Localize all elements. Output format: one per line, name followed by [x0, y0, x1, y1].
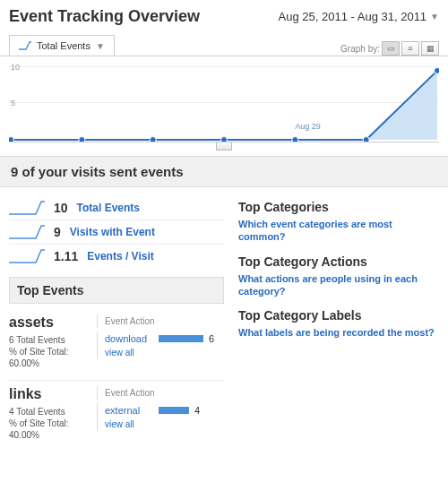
event-action-bar — [159, 335, 203, 342]
graph-by-label: Graph by: — [340, 44, 380, 54]
event-total: 4 Total Events — [9, 406, 97, 418]
event-action-name: download — [105, 333, 153, 344]
svg-point-0 — [9, 137, 14, 142]
sparkline-icon — [9, 224, 45, 240]
svg-point-5 — [363, 137, 369, 142]
right-section-link[interactable]: Which event categories are most common? — [238, 218, 439, 244]
event-title: links — [9, 386, 97, 402]
event-action-row[interactable]: download6 — [97, 332, 224, 346]
right-section-link[interactable]: What labels are being recorded the most? — [238, 326, 439, 339]
metric-value: 9 — [54, 225, 61, 239]
event-block: links4 Total Events% of Site Total:40.00… — [9, 380, 224, 441]
event-action-name: external — [105, 405, 153, 416]
graph-by-day-button[interactable]: ▭ — [382, 41, 400, 56]
event-action-header: Event Action — [97, 314, 224, 328]
event-pct-label: % of Site Total: — [9, 418, 97, 429]
sparkline-icon — [9, 200, 45, 216]
event-action-row[interactable]: external4 — [97, 403, 224, 418]
event-pct-value: 60.00% — [9, 357, 97, 369]
event-total: 6 Total Events — [9, 334, 97, 346]
svg-point-4 — [292, 137, 298, 142]
metric-value: 1.11 — [54, 249, 78, 263]
svg-point-2 — [150, 137, 156, 142]
tab-total-events[interactable]: Total Events ▼ — [9, 35, 115, 56]
metric-row[interactable]: 1.11Events / Visit — [9, 244, 224, 268]
tab-label: Total Events — [37, 40, 90, 51]
svg-point-6 — [435, 67, 440, 73]
event-action-value: 6 — [209, 333, 214, 344]
view-all-link[interactable]: view all — [97, 418, 224, 431]
graph-by-month-button[interactable]: ▦ — [421, 41, 439, 56]
metric-value: 10 — [54, 201, 68, 215]
right-section-title: Top Category Actions — [238, 254, 439, 269]
svg-point-1 — [79, 137, 85, 142]
sparkline-icon — [9, 248, 45, 264]
svg-point-3 — [221, 137, 228, 142]
right-section: Top Category LabelsWhat labels are being… — [238, 308, 439, 339]
sparkline-icon — [19, 41, 31, 50]
top-events-header: Top Events — [9, 277, 224, 304]
date-range-text: Aug 25, 2011 - Aug 31, 2011 — [279, 10, 427, 23]
summary-text: 9 of your visits sent events — [0, 156, 448, 187]
metric-row[interactable]: 10Total Events — [9, 196, 224, 220]
right-section: Top CategoriesWhich event categories are… — [238, 200, 439, 244]
chart-x-label: Aug 29 — [295, 122, 321, 131]
right-section-title: Top Categories — [238, 200, 439, 214]
event-block: assets6 Total Events% of Site Total:60.0… — [9, 309, 224, 369]
event-pct-value: 40.00% — [9, 429, 97, 441]
page-title: Event Tracking Overview — [9, 7, 200, 26]
event-action-header: Event Action — [97, 386, 224, 400]
metric-label: Events / Visit — [87, 250, 153, 263]
chart-scrubber-handle[interactable] — [216, 142, 232, 151]
chevron-down-icon: ▼ — [96, 41, 105, 51]
metric-label: Visits with Event — [70, 226, 155, 238]
event-title: assets — [9, 314, 97, 331]
event-action-bar — [159, 407, 189, 414]
right-section: Top Category ActionsWhat actions are peo… — [238, 254, 439, 298]
right-section-title: Top Category Labels — [238, 308, 439, 323]
metric-row[interactable]: 9Visits with Event — [9, 220, 224, 244]
right-section-link[interactable]: What actions are people using in each ca… — [238, 272, 439, 298]
graph-by-week-button[interactable]: ≡ — [401, 41, 419, 56]
metric-label: Total Events — [77, 202, 140, 214]
event-action-value: 4 — [194, 405, 200, 416]
chevron-down-icon: ▼ — [430, 12, 439, 22]
event-pct-label: % of Site Total: — [9, 346, 97, 357]
date-range-picker[interactable]: Aug 25, 2011 - Aug 31, 2011 ▼ — [279, 10, 439, 23]
main-chart[interactable]: 510 Aug 29 — [9, 62, 439, 142]
view-all-link[interactable]: view all — [97, 346, 224, 359]
